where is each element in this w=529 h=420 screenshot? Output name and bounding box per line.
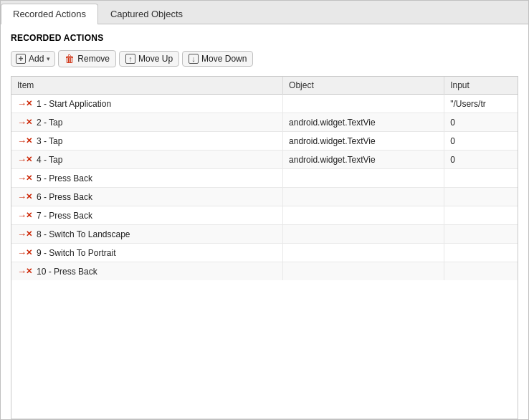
- action-arrow-icon: →✕: [17, 247, 32, 258]
- section-title: RECORDED ACTIONS: [11, 33, 518, 43]
- item-text: 8 - Switch To Landscape: [37, 229, 130, 239]
- tab-captured-objects[interactable]: Captured Objects: [98, 4, 195, 24]
- item-text: 1 - Start Application: [37, 99, 111, 109]
- col-header-object: Object: [283, 77, 444, 95]
- cell-item: →✕6 - Press Back: [11, 188, 283, 206]
- trash-icon: 🗑: [65, 53, 75, 65]
- cell-input: 0: [444, 113, 518, 132]
- action-arrow-icon: →✕: [17, 191, 32, 202]
- cell-object: android.widget.TextVie: [283, 113, 444, 132]
- cell-input: 0: [444, 151, 518, 169]
- table-header-row: Item Object Input: [11, 77, 518, 95]
- cell-item: →✕1 - Start Application: [11, 95, 283, 113]
- arrow-up-icon: [125, 54, 135, 64]
- main-window: Recorded Actions Captured Objects RECORD…: [0, 0, 529, 420]
- item-text: 9 - Switch To Portrait: [37, 248, 115, 258]
- cell-input: "/Users/tr: [444, 95, 518, 113]
- table-body: →✕1 - Start Application"/Users/tr→✕2 - T…: [11, 95, 518, 281]
- plus-icon: [16, 54, 26, 64]
- cell-item: →✕3 - Tap: [11, 132, 283, 151]
- action-arrow-icon: →✕: [17, 154, 32, 165]
- cell-object: [283, 262, 444, 281]
- add-button[interactable]: Add ▾: [11, 51, 55, 67]
- move-down-label: Move Down: [201, 54, 247, 64]
- cell-input: [444, 225, 518, 244]
- item-text: 10 - Press Back: [37, 267, 97, 277]
- action-arrow-icon: →✕: [17, 98, 32, 109]
- table-row[interactable]: →✕8 - Switch To Landscape: [11, 225, 518, 244]
- cell-item: →✕2 - Tap: [11, 113, 283, 132]
- table-row[interactable]: →✕4 - Tapandroid.widget.TextVie0: [11, 151, 518, 169]
- cell-object: [283, 95, 444, 113]
- cell-item: →✕9 - Switch To Portrait: [11, 244, 283, 262]
- table-row[interactable]: →✕7 - Press Back: [11, 206, 518, 225]
- cell-input: [444, 188, 518, 206]
- table-row[interactable]: →✕6 - Press Back: [11, 188, 518, 206]
- table-row[interactable]: →✕2 - Tapandroid.widget.TextVie0: [11, 113, 518, 132]
- remove-label: Remove: [77, 54, 110, 64]
- cell-object: [283, 188, 444, 206]
- table-row[interactable]: →✕10 - Press Back: [11, 262, 518, 281]
- table-row[interactable]: →✕9 - Switch To Portrait: [11, 244, 518, 262]
- remove-button[interactable]: 🗑 Remove: [58, 50, 116, 67]
- cell-object: [283, 225, 444, 244]
- add-label: Add: [29, 54, 44, 64]
- cell-object: [283, 206, 444, 225]
- table-row[interactable]: →✕1 - Start Application"/Users/tr: [11, 95, 518, 113]
- arrow-down-icon: [189, 54, 199, 64]
- move-up-button[interactable]: Move Up: [119, 51, 179, 67]
- col-header-input: Input: [444, 77, 518, 95]
- action-arrow-icon: →✕: [17, 210, 32, 221]
- cell-object: [283, 169, 444, 188]
- toolbar: Add ▾ 🗑 Remove Move Up Move Down: [11, 50, 518, 67]
- col-header-item: Item: [11, 77, 283, 95]
- action-arrow-icon: →✕: [17, 117, 32, 128]
- cell-input: 0: [444, 132, 518, 151]
- cell-item: →✕8 - Switch To Landscape: [11, 225, 283, 244]
- item-text: 6 - Press Back: [37, 192, 92, 202]
- action-arrow-icon: →✕: [17, 173, 32, 183]
- cell-item: →✕10 - Press Back: [11, 262, 283, 281]
- action-arrow-icon: →✕: [17, 266, 32, 277]
- table-row[interactable]: →✕5 - Press Back: [11, 169, 518, 188]
- cell-input: [444, 169, 518, 188]
- cell-item: →✕4 - Tap: [11, 151, 283, 169]
- action-arrow-icon: →✕: [17, 135, 32, 146]
- cell-object: android.widget.TextVie: [283, 132, 444, 151]
- cell-object: [283, 244, 444, 262]
- tab-bar: Recorded Actions Captured Objects: [1, 1, 528, 24]
- cell-item: →✕7 - Press Back: [11, 206, 283, 225]
- item-text: 4 - Tap: [37, 155, 62, 165]
- move-down-button[interactable]: Move Down: [182, 51, 253, 67]
- dropdown-arrow-icon: ▾: [47, 55, 50, 62]
- cell-input: [444, 244, 518, 262]
- cell-item: →✕5 - Press Back: [11, 169, 283, 188]
- tab-recorded-actions[interactable]: Recorded Actions: [1, 4, 98, 24]
- table-row[interactable]: →✕3 - Tapandroid.widget.TextVie0: [11, 132, 518, 151]
- cell-input: [444, 206, 518, 225]
- item-text: 3 - Tap: [37, 136, 62, 146]
- item-text: 2 - Tap: [37, 118, 62, 128]
- action-arrow-icon: →✕: [17, 229, 32, 239]
- item-text: 7 - Press Back: [37, 211, 92, 221]
- cell-object: android.widget.TextVie: [283, 151, 444, 169]
- item-text: 5 - Press Back: [37, 173, 92, 183]
- actions-table-container: Item Object Input →✕1 - Start Applicatio…: [11, 76, 518, 419]
- move-up-label: Move Up: [138, 54, 173, 64]
- content-area: RECORDED ACTIONS Add ▾ 🗑 Remove Move Up: [1, 24, 528, 419]
- cell-input: [444, 262, 518, 281]
- actions-table: Item Object Input →✕1 - Start Applicatio…: [11, 77, 518, 280]
